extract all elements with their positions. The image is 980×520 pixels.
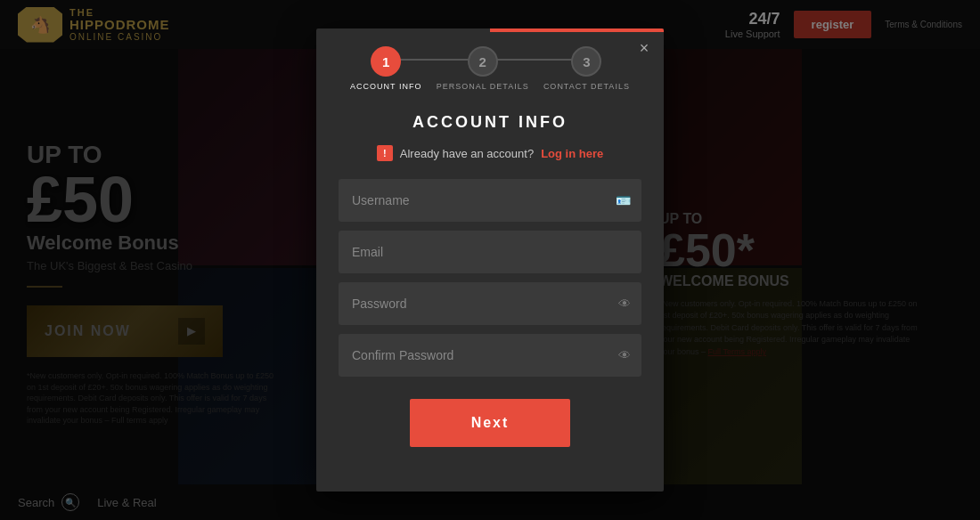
already-account-bar: ! Already have an account? Log in here [316, 141, 664, 175]
alert-icon: ! [377, 145, 393, 161]
step-2: 2 PERSONAL DETAILS [437, 46, 529, 91]
confirm-password-eye-icon[interactable]: 👁 [618, 348, 631, 362]
confirm-password-field-wrapper: 👁 [339, 334, 641, 377]
username-field-wrapper: 🪪 [339, 179, 641, 222]
username-icon: 🪪 [616, 193, 631, 207]
step-3-label: CONTACT DETAILS [543, 82, 630, 91]
step-3-circle: 3 [571, 46, 601, 77]
password-input[interactable] [339, 282, 641, 325]
step-1: 1 ACCOUNT INFO [350, 46, 421, 91]
already-text: Already have an account? [400, 147, 534, 160]
modal: × 1 ACCOUNT INFO 2 PERSONAL DETAILS 3 [316, 28, 664, 492]
next-button[interactable]: Next [410, 399, 570, 447]
form-fields: 🪪 👁 👁 [316, 175, 664, 390]
steps-bar: 1 ACCOUNT INFO 2 PERSONAL DETAILS 3 CONT… [316, 28, 664, 100]
email-field-wrapper [339, 231, 641, 273]
email-input[interactable] [339, 231, 641, 273]
modal-title: ACCOUNT INFO [316, 100, 664, 141]
modal-overlay: × 1 ACCOUNT INFO 2 PERSONAL DETAILS 3 [0, 0, 980, 520]
step-3: 3 CONTACT DETAILS [543, 46, 630, 91]
username-input[interactable] [339, 179, 641, 222]
password-eye-icon[interactable]: 👁 [618, 297, 631, 311]
modal-close-button[interactable]: × [633, 37, 655, 59]
confirm-password-input[interactable] [339, 334, 641, 377]
login-link[interactable]: Log in here [541, 147, 603, 160]
step-1-label: ACCOUNT INFO [350, 82, 421, 91]
step-2-circle: 2 [468, 46, 498, 77]
step-2-label: PERSONAL DETAILS [437, 82, 529, 91]
step-1-circle: 1 [371, 46, 401, 77]
password-field-wrapper: 👁 [339, 282, 641, 325]
